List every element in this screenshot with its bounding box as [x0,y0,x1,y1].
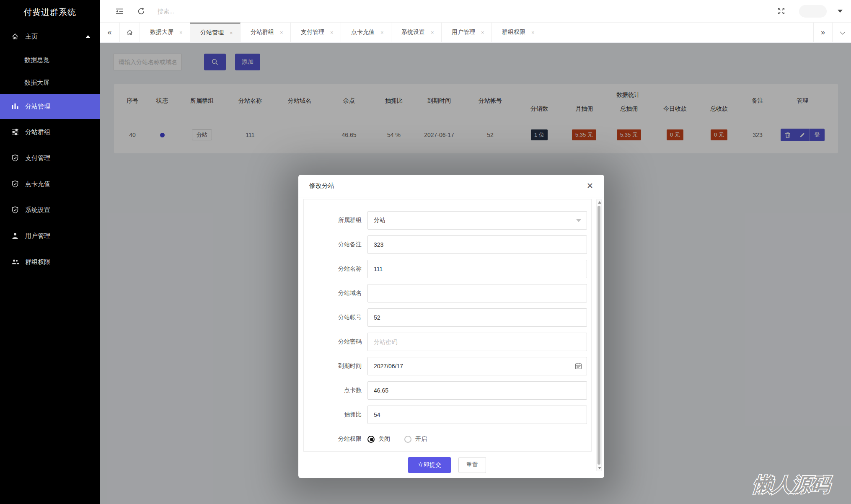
tab-data-bigscreen[interactable]: 数据大屏 × [140,23,190,42]
shield-check-icon [11,180,19,188]
sidebar-item-data-overview[interactable]: 数据总览 [0,49,100,71]
user-icon [11,232,19,240]
modal-title: 修改分站 [309,182,334,190]
tabs-scroll-right-button[interactable]: » [813,23,832,42]
close-icon[interactable]: × [531,29,535,36]
tab-system-settings[interactable]: 系统设置 × [391,23,442,42]
bar-chart-icon [11,102,19,111]
sidebar-item-group-permissions[interactable]: 群组权限 [0,249,100,275]
account-input[interactable] [367,308,587,327]
tab-payment[interactable]: 支付管理 × [291,23,341,42]
sidebar-item-label: 支付管理 [25,154,50,162]
user-avatar[interactable] [799,5,827,18]
close-icon[interactable]: × [330,29,334,36]
screen: 付费进群系统 主页 数据总览 数据大屏 分站管理 分站群组 [0,0,851,504]
form-row-expire: 到期时间 [304,357,591,375]
tab-group-permissions[interactable]: 群组权限 × [492,23,542,42]
form-row-name: 分站名称 [304,260,591,278]
radio-label: 关闭 [378,435,390,443]
sidebar-item-system-settings[interactable]: 系统设置 [0,197,100,223]
field-label: 分站名称 [307,265,362,273]
tab-site-groups[interactable]: 分站群组 × [241,23,291,42]
form-row-points: 点卡数 [304,381,591,400]
tab-bar: « 数据大屏 × 分站管理 × 分站群组 × 支付管理 × 点卡充值 [100,23,851,42]
form-row-remark: 分站备注 [304,235,591,254]
home-icon [11,32,19,41]
permission-on-radio[interactable]: 开启 [404,435,427,443]
sidebar-item-label: 群组权限 [25,258,50,266]
field-label: 分站域名 [307,289,362,297]
site-name-input[interactable] [367,260,587,278]
modal-form: 所属群组 分站备注 分站名称 分站域名 分站帐号 [303,199,592,452]
collapse-menu-icon[interactable] [114,6,125,17]
domain-input[interactable] [367,284,587,302]
tab-user-management[interactable]: 用户管理 × [442,23,492,42]
sidebar-item-card-recharge[interactable]: 点卡充值 [0,171,100,197]
app-title: 付费进群系统 [0,0,100,24]
modal-scrollbar[interactable] [596,199,602,471]
permission-off-radio[interactable]: 关闭 [367,435,390,443]
password-input[interactable] [367,333,587,351]
sidebar-item-home[interactable]: 主页 [0,24,100,49]
refresh-icon[interactable] [136,6,147,17]
sidebar-item-label: 主页 [25,33,38,41]
sliders-icon [11,128,19,136]
scroll-up-icon[interactable] [598,201,601,204]
sidebar-item-site-management[interactable]: 分站管理 [0,94,100,119]
user-menu-caret-icon[interactable] [838,10,843,13]
group-select-input[interactable] [367,211,587,230]
tab-label: 分站群组 [251,28,274,36]
close-icon[interactable]: × [481,29,484,36]
home-tab[interactable] [120,23,140,42]
sidebar-item-user-management[interactable]: 用户管理 [0,223,100,249]
field-label: 到期时间 [307,362,362,370]
reset-button[interactable]: 重置 [458,457,486,473]
sidebar-item-site-groups[interactable]: 分站群组 [0,119,100,145]
sidebar-item-payment[interactable]: 支付管理 [0,145,100,171]
tabs-menu-button[interactable] [832,23,851,42]
field-label: 所属群组 [307,217,362,224]
sidebar-item-label: 用户管理 [25,232,50,240]
edit-site-modal: 修改分站 ✕ 所属群组 分站备注 分站名称 分站域名 [298,175,604,478]
select-caret-icon [576,219,581,222]
scrollbar-thumb[interactable] [598,206,600,465]
shield-check-icon [11,154,19,162]
points-input[interactable] [367,381,587,400]
date-picker[interactable] [367,357,587,375]
close-icon[interactable]: × [380,29,384,36]
tab-label: 群组权限 [502,28,525,36]
chevron-down-icon [840,29,845,34]
global-search-input[interactable] [158,8,292,15]
fullscreen-icon[interactable] [776,6,786,17]
radio-label: 开启 [415,435,427,443]
expire-date-input[interactable] [367,357,587,375]
radio-icon [367,436,375,443]
tab-label: 用户管理 [452,28,475,36]
close-icon[interactable]: × [280,29,283,36]
submit-button[interactable]: 立即提交 [408,457,451,473]
watermark-text: 懒人源码 [752,473,833,495]
close-icon[interactable]: × [179,29,183,36]
group-select[interactable] [367,211,587,230]
form-row-account: 分站帐号 [304,308,591,327]
close-icon[interactable]: ✕ [587,182,593,190]
field-label: 抽拥比 [307,411,362,419]
toolbar-right [776,5,843,18]
tab-site-management[interactable]: 分站管理 × [190,23,241,42]
field-label: 分站帐号 [307,314,362,321]
form-row-rate: 抽拥比 [304,406,591,424]
field-label: 点卡数 [307,387,362,394]
close-icon[interactable]: × [431,29,434,36]
sidebar-item-data-bigscreen[interactable]: 数据大屏 [0,71,100,94]
sidebar-item-label: 分站群组 [25,128,50,136]
remark-input[interactable] [367,235,587,254]
sidebar-item-label: 数据大屏 [24,79,49,87]
form-row-domain: 分站域名 [304,284,591,302]
top-toolbar [100,0,851,23]
shield-check-icon [11,206,19,214]
watermark: 懒人源码 [740,468,845,501]
tab-card-recharge[interactable]: 点卡充值 × [341,23,391,42]
tabs-scroll-left-button[interactable]: « [100,23,120,42]
rate-input[interactable] [367,406,587,424]
close-icon[interactable]: × [230,30,233,36]
